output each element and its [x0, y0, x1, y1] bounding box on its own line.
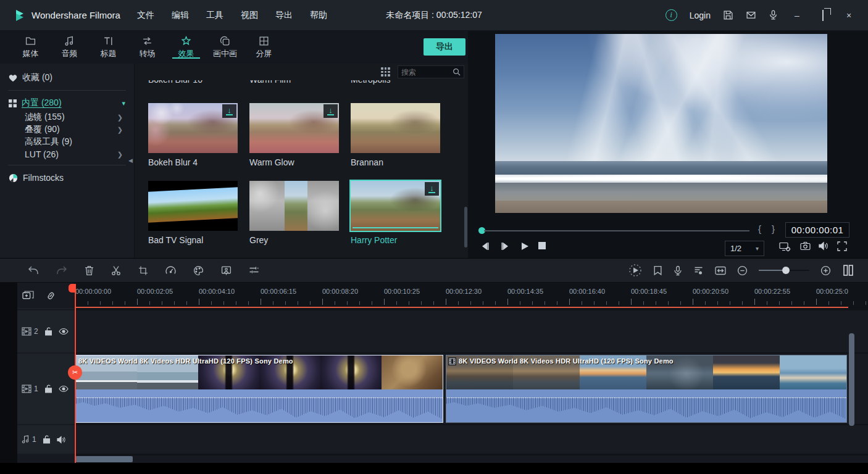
redo-icon[interactable] [56, 265, 67, 275]
sidebar-item-filters[interactable]: 滤镜 (155) ❯ [0, 111, 134, 123]
menu-export[interactable]: 导出 [267, 6, 301, 25]
add-track-icon[interactable] [22, 290, 34, 301]
eye-icon[interactable] [59, 385, 69, 393]
menu-file[interactable]: 文件 [129, 6, 162, 25]
menu-edit[interactable]: 编辑 [164, 6, 197, 25]
render-preview-icon[interactable] [628, 264, 642, 277]
timeline-horizontal-scrollbar[interactable] [75, 456, 133, 462]
snapshot-camera-icon[interactable] [800, 241, 811, 251]
timeline-vertical-scrollbar[interactable] [849, 333, 854, 426]
tab-media[interactable]: 媒体 [11, 31, 50, 59]
restore-button[interactable] [816, 10, 830, 20]
effect-card-warm-glow[interactable]: ↓ Warm Glow [249, 103, 339, 167]
effect-card-bad-tv-signal[interactable]: Bad TV Signal [148, 181, 238, 245]
effect-thumbnail-selected[interactable]: ↓ [351, 181, 440, 231]
tab-transitions[interactable]: 转场 [128, 31, 167, 59]
close-button[interactable]: × [842, 10, 856, 20]
sidebar-item-overlays[interactable]: 叠覆 (90) ❯ [0, 123, 134, 136]
timeline-ruler[interactable]: 00:00:00:0000:00:02:05 00:00:04:1000:00:… [74, 284, 868, 309]
effect-thumbnail[interactable] [249, 181, 339, 231]
sidebar-item-builtin[interactable]: 内置 (280) ▾ [0, 95, 134, 111]
effect-thumbnail[interactable]: ↓ [148, 103, 238, 153]
delete-icon[interactable] [85, 265, 94, 276]
adjust-sliders-icon[interactable] [249, 265, 259, 275]
playhead-cut-handle[interactable]: ✂ [68, 365, 82, 380]
mail-icon[interactable] [746, 10, 756, 20]
tab-pip[interactable]: 画中画 [206, 31, 244, 59]
effect-thumbnail[interactable] [351, 103, 440, 153]
playback-quality-select[interactable]: 1/2 ▾ [725, 241, 764, 256]
timeline-clip-1[interactable]: 8K VIDEOS World 8K Videos HDR UltraHD (1… [75, 355, 443, 423]
favorites-label: 收藏 (0) [22, 72, 52, 83]
previous-frame-button[interactable] [480, 241, 490, 251]
timeline-clip-2[interactable]: 8K VIDEOS World 8K Videos HDR UltraHD (1… [446, 355, 847, 423]
green-screen-icon[interactable] [221, 265, 232, 276]
login-button[interactable]: Login [690, 10, 711, 20]
search-icon[interactable] [453, 68, 461, 76]
mark-in-icon[interactable]: { [758, 223, 761, 234]
color-palette-icon[interactable] [193, 265, 204, 276]
tab-effects[interactable]: 效果 [167, 31, 206, 59]
export-button[interactable]: 导出 [424, 38, 465, 56]
search-box[interactable] [398, 65, 464, 78]
menu-view[interactable]: 视图 [233, 6, 266, 25]
video-surf [495, 175, 827, 183]
zoom-to-fit-icon[interactable] [715, 266, 726, 275]
play-button[interactable] [520, 241, 530, 251]
effect-card-bokeh-blur-4[interactable]: ↓ Bokeh Blur 4 [148, 103, 238, 167]
save-icon[interactable] [723, 10, 733, 20]
effect-thumbnail[interactable] [148, 181, 238, 231]
search-input[interactable] [401, 68, 453, 77]
zoom-out-icon[interactable] [737, 265, 748, 276]
audio-track-1[interactable]: 1 [17, 425, 868, 454]
speaker-icon[interactable] [57, 436, 66, 444]
effect-card-brannan[interactable]: Brannan [351, 103, 440, 167]
crop-icon[interactable] [138, 265, 148, 276]
speed-icon[interactable] [165, 265, 176, 275]
display-settings-icon[interactable] [779, 241, 791, 252]
effect-thumbnail[interactable]: ↓ [249, 103, 339, 153]
effects-scrollbar[interactable] [464, 207, 467, 247]
sidebar-item-filmstocks[interactable]: Filmstocks [0, 170, 134, 186]
microphone-icon[interactable] [769, 10, 778, 20]
tab-titles[interactable]: 标题 [89, 31, 128, 59]
playhead-flag[interactable] [69, 284, 75, 293]
info-icon[interactable]: i [666, 9, 677, 21]
voiceover-mic-icon[interactable] [674, 265, 682, 276]
video-track-2[interactable]: 2 [17, 310, 868, 352]
panel-layout-icon[interactable] [842, 264, 854, 276]
menu-help[interactable]: 帮助 [302, 6, 335, 25]
next-frame-button[interactable] [500, 241, 510, 251]
eye-icon[interactable] [59, 328, 69, 335]
marker-icon[interactable] [653, 265, 662, 276]
volume-icon[interactable] [819, 241, 829, 251]
menu-tools[interactable]: 工具 [198, 6, 232, 25]
effect-card-grey[interactable]: Grey [249, 181, 339, 245]
effect-card-harry-potter[interactable]: ↓ Harry Potter [351, 181, 440, 245]
preview-timecode[interactable]: 00:00:00:01 [785, 222, 849, 238]
tab-splitscreen[interactable]: 分屏 [244, 31, 283, 59]
sidebar-collapse-icon[interactable]: ◀ [128, 157, 133, 164]
audio-mixer-icon[interactable] [693, 265, 704, 275]
lock-icon[interactable] [44, 327, 52, 336]
video-track-1[interactable]: 1 8K VIDEOS World 8K Videos HDR UltraHD … [17, 354, 868, 424]
fullscreen-icon[interactable] [837, 241, 847, 251]
sidebar-item-favorites[interactable]: 收藏 (0) [0, 70, 134, 86]
link-icon[interactable] [45, 291, 56, 301]
scrubber-track[interactable] [484, 230, 749, 231]
minimize-button[interactable]: – [790, 10, 804, 20]
cut-icon[interactable] [111, 265, 121, 276]
view-mode-grid-icon[interactable] [381, 67, 390, 77]
timeline-zoom-slider[interactable] [759, 270, 809, 271]
sidebar-item-lut[interactable]: LUT (26) ❯ [0, 148, 134, 160]
preview-video[interactable] [495, 34, 827, 213]
sidebar-item-advanced-tools[interactable]: 高级工具 (9) [0, 136, 134, 148]
lock-icon[interactable] [43, 435, 51, 444]
zoom-in-icon[interactable] [820, 265, 831, 276]
mark-out-icon[interactable]: } [772, 223, 775, 234]
tab-audio[interactable]: 音频 [50, 31, 89, 59]
lock-icon[interactable] [44, 385, 52, 393]
undo-icon[interactable] [28, 265, 39, 275]
zoom-slider-handle[interactable] [782, 267, 790, 274]
stop-button[interactable] [538, 241, 546, 250]
